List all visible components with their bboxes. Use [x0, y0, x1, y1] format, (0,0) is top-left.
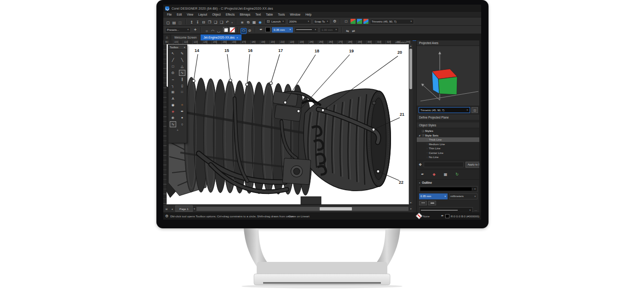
vertical-scroll-thumb[interactable] — [409, 49, 412, 89]
paste-icon[interactable]: ❏ — [213, 19, 218, 25]
circle-by-center-icon[interactable]: ○ — [204, 28, 210, 34]
secondary-width-field[interactable]: 1.00 mm▼ — [320, 27, 339, 33]
arc-lower-icon[interactable]: ◡ — [216, 28, 222, 34]
outline-color-swatch[interactable] — [265, 27, 270, 32]
dimension-tool[interactable]: ↔ — [170, 76, 176, 82]
style-item-thick-line[interactable]: ◌Thick Line — [417, 137, 480, 142]
fill-color-pair-icon[interactable] — [223, 27, 228, 32]
hscroll-left-icon[interactable]: ◂ — [194, 207, 195, 210]
copy-icon[interactable]: ❐ — [207, 19, 213, 25]
toolbox-palette[interactable]: Toolbox × ↖✎╱╲□△⊙∿↔∥┐▯⊞∷A◉✧◈✒⊕✦∿○ + — [168, 45, 187, 143]
snap-to-dropdown[interactable]: Snap To▼ — [313, 19, 330, 24]
canvas[interactable]: 141516171819202122 Toolbox × ↖✎╱╲□△⊙∿↔∥┐… — [163, 44, 413, 204]
style-item-styles[interactable]: ❏Styles — [417, 129, 480, 133]
line-style-dropdown[interactable]: ▼ — [294, 27, 318, 33]
view-cube-iso-icon[interactable] — [363, 19, 368, 24]
pan-tool[interactable]: ✦ — [179, 115, 185, 121]
style-item-style-sets[interactable]: ◢❏Style Sets — [417, 133, 480, 138]
outline-color-dropdown[interactable]: ▼ — [419, 186, 477, 192]
menu-layout[interactable]: Layout — [198, 13, 207, 16]
options-gear-icon[interactable]: ⚙ — [332, 18, 338, 24]
wrap-left-icon[interactable]: ⇋ — [345, 28, 351, 34]
shape-tool[interactable]: ✎ — [179, 51, 185, 57]
outline-section-header[interactable]: ▴ Outline — [417, 180, 480, 186]
color-eyedropper-tool[interactable]: ✧ — [179, 102, 185, 108]
smart-drawing-tool[interactable]: ✒ — [179, 108, 185, 114]
home-tab-button[interactable]: ⌂ — [163, 34, 171, 40]
outline-units-dropdown[interactable]: millimeters▼ — [449, 193, 477, 199]
menu-help[interactable]: Help — [305, 13, 311, 16]
docker-projection-dropdown[interactable]: Trimetric (45, 90, 7)▼ — [419, 107, 470, 113]
previous-page-icon[interactable]: ◂ — [170, 207, 174, 210]
table-tool[interactable]: ⊞ — [170, 89, 176, 95]
open-icon[interactable]: ▤ — [171, 20, 177, 26]
grid-icon[interactable]: ▦ — [251, 19, 257, 25]
menu-view[interactable]: View — [187, 13, 193, 16]
define-projected-plane-button[interactable]: Define Projected Plane — [417, 114, 480, 120]
presets-dropdown[interactable]: Presets...▼ — [165, 27, 191, 33]
launch-dropdown[interactable]: ⊡ Launch▼ — [264, 19, 286, 24]
horizontal-scroll-thumb[interactable] — [320, 207, 352, 210]
scroll-down-icon[interactable]: ▼ — [409, 201, 413, 204]
interactive-fill-tool[interactable]: ◉ — [170, 102, 176, 108]
undo-caret-icon[interactable]: ▾ — [230, 20, 234, 26]
outline-tool[interactable]: ○ — [179, 121, 185, 127]
bspline-tool[interactable]: ∿ — [170, 121, 176, 127]
connector-tool[interactable]: ┐ — [170, 83, 176, 89]
eraser-tool[interactable]: ◈ — [170, 108, 176, 114]
menu-tools[interactable]: Tools — [278, 13, 285, 16]
style-pen-icon[interactable]: ✒ — [420, 171, 426, 177]
style-item-medium-line[interactable]: ◌Medium Line — [417, 142, 480, 147]
projected-axes-header[interactable]: Projected Axes — [417, 40, 480, 46]
import-icon[interactable]: ↥ — [189, 19, 195, 25]
print-icon[interactable]: ⊟ — [201, 19, 207, 25]
status-gear-icon[interactable]: ⚙ — [165, 214, 168, 218]
menu-bitmaps[interactable]: Bitmaps — [240, 13, 250, 16]
no-fill-icon[interactable] — [230, 27, 235, 33]
line-cap-button[interactable] — [419, 201, 427, 205]
rectangle-tool[interactable]: □ — [170, 63, 176, 69]
tab-close-icon[interactable]: × — [236, 36, 238, 39]
pattern-icon[interactable]: ▦ — [443, 171, 448, 177]
slot-icon[interactable]: ⊘ — [247, 28, 253, 34]
page-frame-icon[interactable]: □ — [343, 18, 349, 24]
spacer[interactable] — [179, 96, 185, 102]
object-styles-header[interactable]: Object Styles — [417, 122, 480, 128]
circle-tool[interactable]: ⊙ — [170, 70, 176, 76]
zoom-level-dropdown[interactable]: 200%▼ — [288, 19, 311, 24]
outline-pen-icon[interactable]: ✒ — [258, 27, 264, 33]
clipboard-tool[interactable]: ▯ — [179, 83, 185, 89]
view-cube-top-icon[interactable] — [351, 19, 356, 24]
hscroll-right-icon[interactable]: ▸ — [410, 207, 412, 210]
horizontal-scrollbar[interactable] — [196, 207, 408, 211]
tab-jet-engine2020-xx-des[interactable]: Jet-Engine2020-XX.des× — [201, 34, 242, 40]
arc-icon[interactable]: ◠ — [210, 28, 216, 34]
save-icon[interactable]: ◫ — [177, 20, 183, 26]
projection-dropdown[interactable]: Trimetric (45, 90, 7)▼ — [370, 19, 414, 24]
menu-table[interactable]: Table — [266, 13, 273, 16]
zoom-tool[interactable]: ⊕ — [170, 115, 176, 121]
menu-edit[interactable]: Edit — [177, 13, 182, 16]
line-join-button[interactable] — [428, 201, 436, 205]
fill-style-icon[interactable]: ◆ — [431, 171, 437, 177]
bezier-tool[interactable]: ╲ — [179, 57, 185, 63]
duplicate-icon[interactable]: ❑ — [218, 19, 224, 25]
document-page[interactable]: 141516171819202122 — [167, 44, 409, 204]
menu-text[interactable]: Text — [255, 13, 261, 16]
wrap-right-icon[interactable]: ⇌ — [351, 28, 356, 34]
polygon-tool[interactable]: △ — [179, 63, 185, 69]
menu-file[interactable]: File — [167, 13, 172, 16]
style-item-no-line[interactable]: ◌No Line — [417, 155, 480, 159]
show-rulers-icon[interactable]: ⧈ — [239, 20, 245, 26]
scroll-up-icon[interactable]: ▲ — [409, 44, 413, 48]
undo-icon[interactable]: ↶ — [224, 19, 230, 25]
add-preset-button[interactable]: + — [192, 27, 198, 33]
show-grid-lines-icon[interactable]: ⧉ — [245, 20, 251, 26]
toolbox-header[interactable]: Toolbox × — [168, 45, 187, 50]
menu-object[interactable]: Object — [212, 13, 220, 16]
outline-width-field[interactable]: 0.35 mm▼ — [272, 27, 293, 33]
page-tab[interactable]: Page 1 — [175, 205, 193, 212]
curve-tool[interactable]: ∿ — [179, 70, 185, 76]
view-cube-front-icon[interactable] — [357, 19, 362, 24]
style-options-icon[interactable]: ❖ — [419, 163, 422, 167]
